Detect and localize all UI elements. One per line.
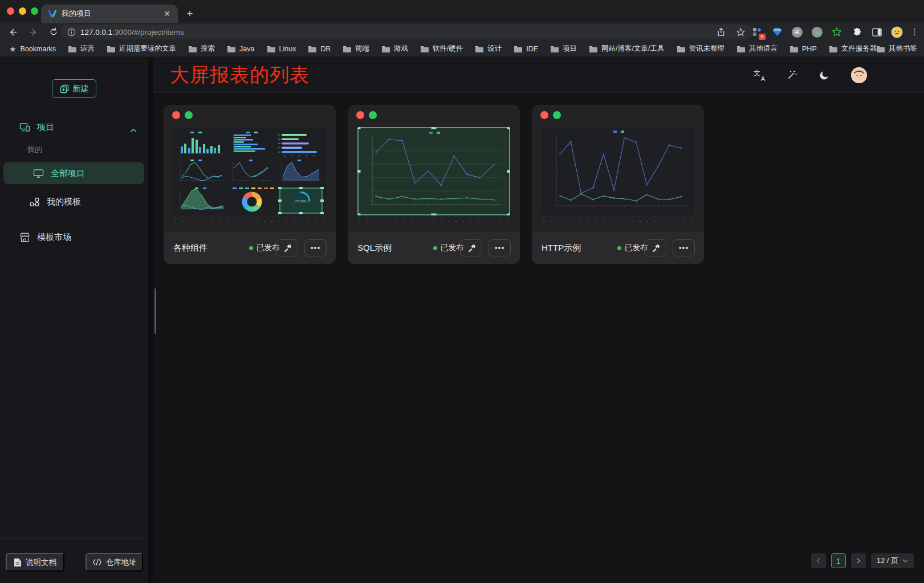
bookmark-folder-item[interactable]: 资讯未整理 xyxy=(677,44,725,54)
hammer-icon xyxy=(651,243,660,252)
browser-toolbar: 127.0.0.1:3000/#/project/items 9 xyxy=(0,23,924,41)
page-size-select[interactable]: 12 / 页 xyxy=(871,553,914,568)
bookmark-folder-item[interactable]: 项目 xyxy=(550,44,577,54)
bookmarks-separator xyxy=(869,44,869,54)
more-actions-button[interactable]: ••• xyxy=(673,239,695,256)
recorder-extension-icon[interactable] xyxy=(811,26,823,38)
profile-avatar-icon[interactable] xyxy=(890,26,903,38)
red-dot-icon xyxy=(356,111,364,119)
sidebar-item-template-market[interactable]: 模板市场 xyxy=(0,227,148,247)
goview-favicon xyxy=(48,9,57,18)
bookmarks-label[interactable]: Bookmarks xyxy=(21,45,56,53)
command-extension-icon[interactable]: ⌘ xyxy=(791,26,803,38)
ellipsis-icon: ••• xyxy=(495,243,505,252)
forward-icon[interactable] xyxy=(25,24,41,40)
page-number-button[interactable]: 1 xyxy=(831,553,846,568)
extensions-puzzle-icon[interactable] xyxy=(850,26,863,38)
folder-icon xyxy=(227,45,236,53)
project-card[interactable]: SQL示例 已发布 ••• xyxy=(348,105,520,264)
bookmark-folder-item[interactable]: DB xyxy=(308,45,330,53)
screen: 我的项目 ✕ + 127.0.0.1:3000/#/project xyxy=(0,0,924,583)
bookmark-folder-item[interactable]: 其他语言 xyxy=(736,44,778,54)
more-actions-button[interactable]: ••• xyxy=(304,239,327,256)
tab-close-icon[interactable]: ✕ xyxy=(162,9,172,19)
browser-tab[interactable]: 我的项目 ✕ xyxy=(41,5,178,23)
bookmarks-star-icon: ★ xyxy=(9,44,17,54)
other-bookmarks-folder[interactable]: 其他书签 xyxy=(876,44,917,54)
green-star-extension-icon[interactable] xyxy=(831,26,843,38)
project-list-content: 25.00% 各种组件 已发布 ••• xyxy=(153,93,924,583)
docs-button[interactable]: 说明文档 xyxy=(6,553,64,572)
page-title: 大屏报表的列表 xyxy=(170,62,310,88)
folder-icon xyxy=(267,45,276,53)
project-card[interactable]: HTTP示例 已发布 ••• xyxy=(532,105,704,264)
project-card[interactable]: 25.00% 各种组件 已发布 ••• xyxy=(164,105,336,264)
address-bar[interactable]: 127.0.0.1:3000/#/project/items xyxy=(60,25,752,39)
folder-icon xyxy=(308,45,317,53)
traffic-lights[interactable] xyxy=(7,7,38,15)
bookmark-folder-item[interactable]: 近期需要读的文章 xyxy=(107,44,176,54)
bookmark-folder-item[interactable]: PHP xyxy=(789,45,817,53)
tab-manager-extension-icon[interactable]: 9 xyxy=(751,26,763,38)
reload-icon[interactable] xyxy=(46,24,62,40)
next-page-button[interactable] xyxy=(851,553,866,568)
bookmark-folder-item[interactable]: 搜索 xyxy=(188,44,215,54)
status-dot-icon xyxy=(433,246,437,250)
edit-project-button[interactable] xyxy=(644,239,666,256)
repo-button[interactable]: 仓库地址 xyxy=(86,553,143,572)
red-dot-icon xyxy=(540,111,548,119)
chrome-menu-icon[interactable]: ⋮ xyxy=(910,27,918,37)
close-window-button[interactable] xyxy=(7,7,14,15)
gem-extension-icon[interactable] xyxy=(771,26,783,38)
more-actions-button[interactable]: ••• xyxy=(489,239,511,256)
bookmark-folder-item[interactable]: 设计 xyxy=(475,44,502,54)
side-panel-icon[interactable] xyxy=(870,26,883,38)
new-tab-button[interactable]: + xyxy=(182,6,197,21)
tab-strip: 我的项目 ✕ + xyxy=(0,0,924,23)
bookmark-star-icon[interactable] xyxy=(736,27,746,37)
bookmarks-overflow-chevron[interactable]: » xyxy=(858,44,862,53)
card-window-dots xyxy=(172,111,193,119)
main-area: 大屏报表的列表 文A xyxy=(148,58,924,583)
card-window-dots xyxy=(356,111,377,119)
bookmark-folder-item[interactable]: 网站/博客/文章/工具 xyxy=(589,44,664,54)
user-avatar[interactable] xyxy=(851,67,867,83)
zoom-window-button[interactable] xyxy=(31,7,38,15)
new-project-button[interactable]: 新建 xyxy=(52,79,96,98)
bookmark-folder-item[interactable]: 软件/硬件 xyxy=(420,44,463,54)
folder-icon xyxy=(188,45,197,53)
sidebar: 新建 项目 我的 全部项目 xyxy=(0,58,148,583)
sidebar-item-my-templates[interactable]: 我的模板 xyxy=(0,191,148,212)
content-scrollbar[interactable] xyxy=(154,288,156,334)
bookmark-folder-item[interactable]: 运营 xyxy=(68,44,95,54)
pagination: 1 12 / 页 xyxy=(811,553,914,568)
sidebar-section-project[interactable]: 项目 xyxy=(0,117,148,137)
project-thumbnail[interactable]: 25.00% xyxy=(173,127,326,215)
site-info-icon[interactable] xyxy=(67,28,76,36)
edit-project-button[interactable] xyxy=(276,239,298,256)
back-icon[interactable] xyxy=(5,24,21,40)
card-footer: 各种组件 已发布 ••• xyxy=(164,232,336,264)
bookmark-folder-item[interactable]: 前端 xyxy=(343,44,369,54)
bookmark-folder-item[interactable]: Java xyxy=(227,45,254,53)
url-text: 127.0.0.1:3000/#/project/items xyxy=(80,28,717,36)
progress-ring-label: 25.00% xyxy=(295,199,307,203)
ellipsis-icon: ••• xyxy=(311,243,321,252)
magic-wand-icon[interactable] xyxy=(787,70,797,80)
dark-mode-moon-icon[interactable] xyxy=(819,70,829,80)
share-icon[interactable] xyxy=(717,27,726,36)
project-thumbnail[interactable] xyxy=(357,127,510,215)
prev-page-button[interactable] xyxy=(811,553,826,568)
bookmark-folder-item[interactable]: IDE xyxy=(514,45,538,53)
sidebar-item-all-projects[interactable]: 全部项目 xyxy=(3,162,144,184)
bookmark-folder-item[interactable]: 游戏 xyxy=(381,44,408,54)
language-icon[interactable]: 文A xyxy=(754,70,765,81)
status-dot-icon xyxy=(617,246,621,250)
project-thumbnail[interactable] xyxy=(542,127,694,215)
edit-project-button[interactable] xyxy=(460,239,482,256)
card-window-dots xyxy=(540,111,561,119)
chevron-up-icon[interactable] xyxy=(130,125,137,134)
bookmark-folder-item[interactable]: Linux xyxy=(267,45,296,53)
minimize-window-button[interactable] xyxy=(19,7,26,15)
folder-icon xyxy=(876,45,885,53)
